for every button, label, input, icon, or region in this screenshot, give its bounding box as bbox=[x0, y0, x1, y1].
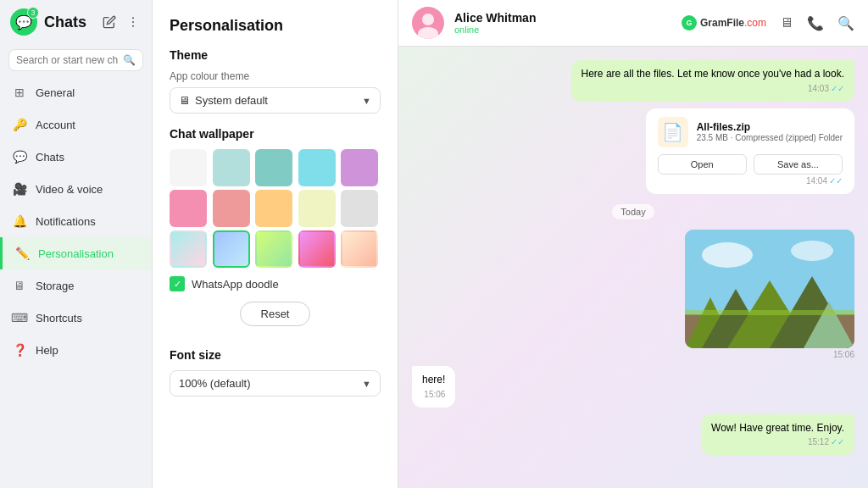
wallpaper-swatch-14[interactable] bbox=[341, 230, 378, 268]
chat-header-info: Alice Whitman online bbox=[454, 11, 671, 35]
reset-button[interactable]: Reset bbox=[240, 302, 311, 326]
save-as-button[interactable]: Save as... bbox=[754, 154, 843, 175]
contact-status: online bbox=[454, 25, 671, 35]
sent-message-time-2: 15:12✓✓ bbox=[711, 436, 844, 448]
svg-rect-13 bbox=[685, 310, 854, 315]
nav-icon-chats: 💬 bbox=[12, 149, 27, 164]
nav-label-account: Account bbox=[36, 119, 75, 131]
gramfile-logo: G GramFile.com bbox=[682, 15, 766, 30]
sidebar-item-general[interactable]: ⊞ General bbox=[0, 76, 152, 108]
nav-label-video-voice: Video & voice bbox=[36, 183, 103, 196]
sidebar-item-account[interactable]: 🔑 Account bbox=[0, 108, 152, 141]
wallpaper-section-title: Chat wallpaper bbox=[170, 127, 381, 141]
notification-badge: 3 bbox=[27, 7, 39, 19]
font-section: Font size 100% (default) ▼ bbox=[170, 348, 381, 396]
nav-label-chats: Chats bbox=[36, 151, 64, 164]
nav-icon-shortcuts: ⌨ bbox=[12, 310, 27, 325]
screen-icon[interactable]: 🖥 bbox=[780, 15, 793, 30]
theme-value: System default bbox=[195, 94, 268, 107]
search-box[interactable]: 🔍 bbox=[8, 49, 143, 71]
wallpaper-swatch-6[interactable] bbox=[213, 190, 250, 227]
font-section-title: Font size bbox=[170, 348, 381, 362]
nav-icon-personalisation: ✏️ bbox=[14, 246, 30, 261]
photo-placeholder bbox=[685, 230, 854, 348]
file-name: All-files.zip bbox=[697, 121, 843, 133]
wallpaper-swatch-10[interactable] bbox=[170, 230, 207, 268]
wallpaper-section: Chat wallpaper ✓ WhatsApp doodle Reset bbox=[170, 127, 381, 340]
wallpaper-swatch-1[interactable] bbox=[213, 149, 250, 186]
received-message-bubble: here! 15:06 bbox=[412, 366, 455, 408]
photo-time: 15:06 bbox=[685, 350, 854, 359]
app-icon: 💬 3 bbox=[10, 8, 37, 36]
theme-dropdown[interactable]: 🖥 System default ▼ bbox=[170, 87, 381, 114]
sidebar-item-shortcuts[interactable]: ⌨ Shortcuts bbox=[0, 302, 152, 334]
sidebar-item-chats[interactable]: 💬 Chats bbox=[0, 141, 152, 173]
nav-icon-notifications: 🔔 bbox=[12, 214, 27, 229]
wallpaper-swatch-4[interactable] bbox=[341, 149, 378, 186]
theme-icon: 🖥 bbox=[179, 94, 190, 107]
sidebar-item-notifications[interactable]: 🔔 Notifications bbox=[0, 205, 152, 237]
chevron-down-icon: ▼ bbox=[362, 96, 371, 106]
svg-point-15 bbox=[791, 241, 833, 261]
font-dropdown[interactable]: 100% (default) ▼ bbox=[170, 370, 381, 396]
wallpaper-swatch-9[interactable] bbox=[341, 190, 378, 227]
message-bubble: Here are all the files. Let me know once… bbox=[571, 60, 854, 102]
open-button[interactable]: Open bbox=[658, 154, 747, 175]
sidebar-item-storage[interactable]: 🖥 Storage bbox=[0, 269, 152, 302]
svg-point-4 bbox=[422, 14, 434, 25]
search-chat-icon[interactable]: 🔍 bbox=[837, 15, 854, 31]
font-value: 100% (default) bbox=[179, 377, 251, 390]
nav-icon-general: ⊞ bbox=[12, 85, 27, 100]
nav-label-help: Help bbox=[36, 344, 58, 357]
wallpaper-swatch-11[interactable] bbox=[213, 230, 250, 268]
sent-message-2: Wow! Have great time. Enjoy. 15:12✓✓ bbox=[701, 414, 854, 456]
compose-icon[interactable] bbox=[101, 14, 118, 30]
wallpaper-swatch-12[interactable] bbox=[255, 230, 292, 268]
wallpaper-swatch-2[interactable] bbox=[255, 149, 292, 186]
sidebar: 💬 3 Chats 🔍 ⊞ General 🔑 bbox=[0, 0, 153, 488]
wallpaper-swatch-0[interactable] bbox=[170, 149, 207, 186]
personalisation-panel: Personalisation Theme App colour theme 🖥… bbox=[153, 0, 398, 488]
panel-title: Personalisation bbox=[170, 17, 381, 35]
doodle-label: WhatsApp doodle bbox=[192, 278, 279, 291]
svg-point-14 bbox=[702, 242, 753, 268]
nav-label-general: General bbox=[36, 86, 75, 99]
chat-area: Alice Whitman online G GramFile.com 🖥 📞 … bbox=[398, 0, 868, 488]
wallpaper-swatch-13[interactable] bbox=[298, 230, 336, 268]
wallpaper-swatch-3[interactable] bbox=[298, 149, 336, 186]
avatar bbox=[412, 7, 444, 39]
font-chevron-icon: ▼ bbox=[362, 379, 371, 389]
svg-point-1 bbox=[132, 21, 134, 23]
doodle-checkbox[interactable]: ✓ bbox=[170, 276, 185, 291]
sidebar-item-personalisation[interactable]: ✏️ Personalisation bbox=[0, 237, 152, 269]
nav-label-personalisation: Personalisation bbox=[38, 247, 114, 260]
file-bubble: 📄 All-files.zip 23.5 MB · Compressed (zi… bbox=[646, 108, 854, 194]
sidebar-item-help[interactable]: ❓ Help bbox=[0, 334, 152, 366]
call-icon[interactable]: 📞 bbox=[807, 15, 824, 31]
file-icon: 📄 bbox=[658, 117, 688, 147]
nav-label-storage: Storage bbox=[36, 280, 75, 292]
nav-icon-storage: 🖥 bbox=[12, 278, 27, 293]
gramfile-text: GramFile.com bbox=[700, 17, 766, 29]
date-divider: Today bbox=[612, 204, 654, 219]
nav-label-shortcuts: Shortcuts bbox=[36, 312, 82, 324]
photo-bubble bbox=[685, 230, 854, 348]
sidebar-header-icons bbox=[101, 14, 142, 30]
wallpaper-swatch-8[interactable] bbox=[298, 190, 336, 227]
nav-icon-video-voice: 🎥 bbox=[12, 181, 27, 197]
message-text: Here are all the files. Let me know once… bbox=[581, 67, 844, 81]
contact-name: Alice Whitman bbox=[454, 11, 671, 25]
search-input[interactable] bbox=[16, 54, 118, 66]
menu-icon[interactable] bbox=[125, 14, 142, 30]
wallpaper-swatch-7[interactable] bbox=[255, 190, 292, 227]
theme-section-title: Theme bbox=[170, 48, 381, 62]
nav-menu: ⊞ General 🔑 Account 💬 Chats 🎥 Video & vo… bbox=[0, 76, 152, 488]
sidebar-item-video-voice[interactable]: 🎥 Video & voice bbox=[0, 173, 152, 205]
file-size: 23.5 MB · Compressed (zipped) Folder bbox=[697, 133, 843, 142]
theme-label: App colour theme bbox=[170, 70, 381, 82]
wallpaper-grid bbox=[170, 149, 381, 268]
chat-header: Alice Whitman online G GramFile.com 🖥 📞 … bbox=[398, 0, 868, 47]
wallpaper-swatch-5[interactable] bbox=[170, 190, 207, 227]
sent-message-text-2: Wow! Have great time. Enjoy. bbox=[711, 421, 844, 435]
nav-label-notifications: Notifications bbox=[36, 215, 96, 228]
